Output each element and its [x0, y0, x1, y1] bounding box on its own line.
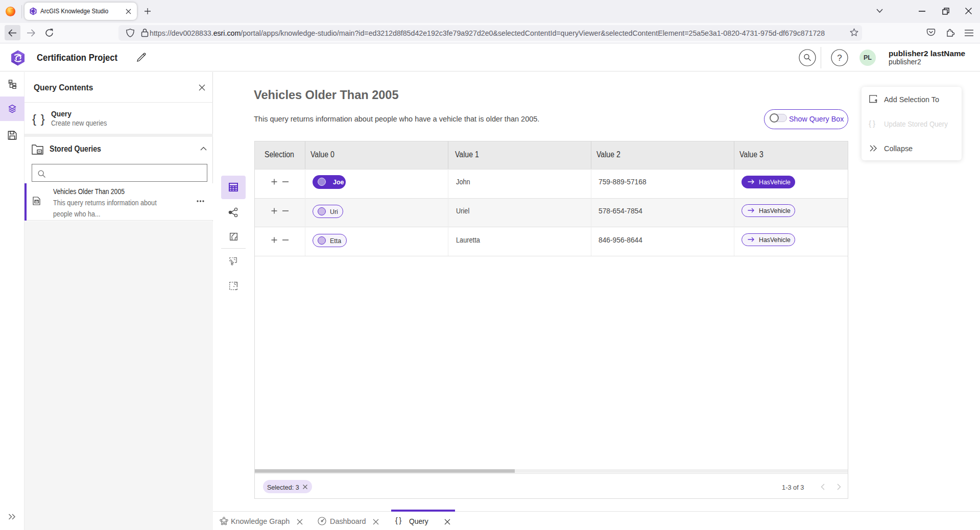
svg-text:?: ? — [837, 53, 842, 63]
